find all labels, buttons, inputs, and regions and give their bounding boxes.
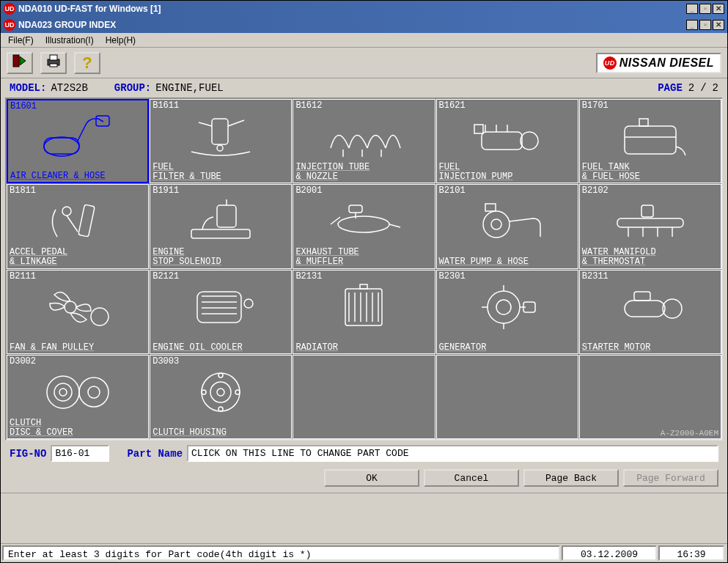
part-cell-B2301[interactable]: B2301GENERATOR [436,270,578,354]
page-sep: / [700,82,706,94]
part-label: ENGINE STOP SOLENOID [152,248,290,267]
part-code: B1701 [582,100,608,111]
part-cell-B1601[interactable]: B1601AIR CLEANER & HOSE [7,99,149,183]
minimize-button[interactable]: _ [686,4,698,14]
svg-rect-17 [474,125,483,133]
watermark: A-Z2000-A0EM [661,429,718,438]
svg-point-70 [88,386,100,398]
svg-rect-3 [50,55,57,60]
part-code: B1621 [439,100,466,111]
svg-rect-24 [78,205,95,237]
part-cell-B1911[interactable]: B1911ENGINE STOP SOLENOID [150,184,292,268]
figno-input[interactable] [51,445,109,462]
part-code: B1601 [10,101,37,111]
part-code: B2101 [439,185,466,196]
part-label: WATER MANIFOLD & THERMOSTAT [582,248,719,267]
svg-point-64 [663,299,682,318]
minimize-button[interactable]: _ [686,20,698,30]
part-label: CLUTCH HOUSING [152,428,290,438]
svg-rect-4 [50,64,57,67]
svg-point-61 [496,300,511,314]
svg-point-73 [217,389,224,396]
part-cell-D3002[interactable]: D3002CLUTCH DISC & COVER [7,355,149,439]
svg-point-77 [202,390,206,394]
svg-point-68 [59,389,67,396]
menu-help[interactable]: Help(H) [101,34,140,47]
svg-point-72 [210,382,231,402]
part-cell-B1612[interactable]: B1612INJECTION TUBE & NOZZLE [293,99,435,183]
part-cell-B1611[interactable]: B1611FUEL FILTER & TUBE [150,99,292,183]
svg-point-76 [218,407,223,411]
toolbar: ? UD NISSAN DIESEL [1,48,727,78]
air-cleaner-icon [8,111,147,163]
partname-input[interactable] [187,445,718,462]
svg-point-25 [62,207,71,216]
part-cell-empty-19 [579,355,721,439]
part-cell-B2102[interactable]: B2102WATER MANIFOLD & THERMOSTAT [579,184,721,268]
inner-titlebar[interactable]: UD NDA023 GROUP INDEX _ ▫ ✕ [1,17,727,33]
svg-rect-65 [634,292,650,301]
print-button[interactable] [40,52,67,74]
part-code: B2111 [10,271,36,282]
part-label: STARTER MOTOR [582,343,719,353]
svg-point-45 [91,308,109,325]
ok-button[interactable]: OK [324,469,419,487]
page-total: 2 [713,82,718,94]
part-code: B1911 [152,185,179,196]
part-cell-B2311[interactable]: B2311STARTER MOTOR [579,270,721,354]
svg-point-66 [47,376,79,408]
page-forward-button: Page Forward [623,469,718,487]
exit-button[interactable] [7,52,33,74]
value-model: AT2S2B [51,82,87,94]
part-cell-D3003[interactable]: D3003CLUTCH HOUSING [150,355,292,439]
part-cell-B2121[interactable]: B2121ENGINE OIL COOLER [150,270,292,354]
svg-rect-21 [625,126,676,154]
part-cell-B2101[interactable]: B2101WATER PUMP & HOSE [436,184,578,268]
part-cell-B2111[interactable]: B2111FAN & FAN PULLEY [7,270,149,354]
svg-point-44 [65,301,76,313]
status-message: Enter at least 3 digits for Part code(4t… [2,545,560,561]
svg-point-60 [488,291,520,323]
fig-row: FIG-NO Part Name [1,441,727,466]
help-button[interactable]: ? [74,52,100,74]
door-exit-icon [12,54,28,72]
part-label: RADIATOR [295,343,433,353]
svg-rect-28 [217,205,236,227]
part-cell-B1811[interactable]: B1811ACCEL PEDAL & LINKAGE [7,184,149,268]
oil-cooler-icon [150,281,291,334]
info-bar: MODEL: AT2S2B GROUP: ENGINE,FUEL PAGE 2 … [1,78,727,97]
svg-rect-8 [212,119,228,144]
cancel-button[interactable]: Cancel [424,469,519,487]
svg-point-51 [244,299,253,308]
menu-file[interactable]: File(F) [4,34,38,47]
manifold-icon [580,195,721,249]
part-cell-B1621[interactable]: B1621FUEL INJECTION PUMP [436,99,578,183]
svg-point-75 [235,390,240,394]
part-label: ACCEL PEDAL & LINKAGE [10,248,147,267]
part-cell-B1701[interactable]: B1701FUEL TANK & FUEL HOSE [579,99,721,183]
parts-grid: B1601AIR CLEANER & HOSEB1611FUEL FILTER … [5,97,723,441]
outer-titlebar[interactable]: UD NDA010 UD-FAST for Windows [1] _ ▫ ✕ [1,1,727,17]
fuel-tank-icon [580,110,721,163]
close-button[interactable]: ✕ [713,4,724,14]
svg-rect-59 [360,284,367,289]
part-code: B2311 [582,271,608,282]
svg-point-35 [483,211,510,238]
part-cell-B2131[interactable]: B2131RADIATOR [293,270,435,354]
label-figno: FIG-NO [10,448,46,460]
maximize-button[interactable]: ▫ [699,20,711,30]
svg-rect-27 [191,229,250,238]
close-button[interactable]: ✕ [713,20,724,30]
part-code: B2121 [152,271,179,282]
part-cell-B2001[interactable]: B2001EXHAUST TUBE & MUFFLER [293,184,435,268]
radiator-icon [293,281,434,334]
part-label: AIR CLEANER & HOSE [10,172,146,181]
question-icon: ? [82,54,92,73]
svg-point-30 [338,216,389,232]
part-cell-empty-18 [436,355,578,439]
maximize-button[interactable]: ▫ [699,4,711,14]
menu-illustration[interactable]: Illustration(I) [41,34,98,47]
page-back-button[interactable]: Page Back [523,469,619,487]
svg-line-10 [228,120,244,126]
label-page: PAGE [658,82,683,94]
